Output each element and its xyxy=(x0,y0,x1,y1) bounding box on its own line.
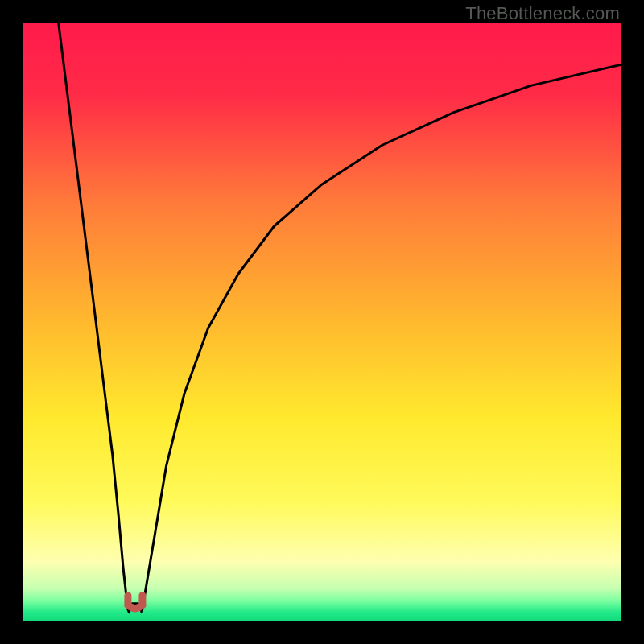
trough-marker xyxy=(128,596,142,609)
plot-area xyxy=(23,23,621,621)
watermark-text: TheBottleneck.com xyxy=(465,3,620,24)
bottleneck-curve xyxy=(59,23,621,613)
chart-frame xyxy=(23,23,621,621)
curve-layer xyxy=(23,23,621,621)
